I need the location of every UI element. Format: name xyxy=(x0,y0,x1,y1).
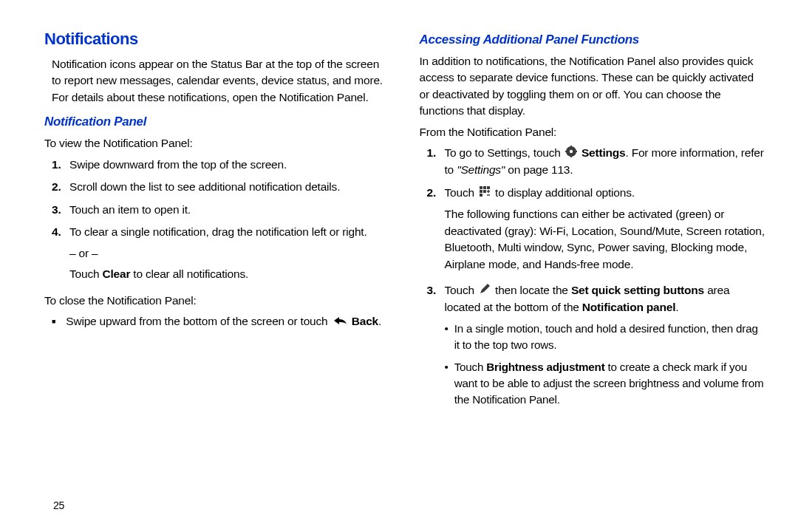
from-intro: From the Notification Panel: xyxy=(420,124,765,140)
or-divider: – or – xyxy=(69,245,390,262)
view-intro: To view the Notification Panel: xyxy=(44,135,390,151)
clear-label: Clear xyxy=(102,267,130,280)
svg-rect-7 xyxy=(483,186,486,189)
heading-notification-panel: Notification Panel xyxy=(44,115,390,129)
additional-steps-list: 1. To go to Settings, touch Settings. Fo… xyxy=(427,145,765,413)
brightness-label: Brightness adjustment xyxy=(486,361,604,373)
grid-icon xyxy=(479,185,491,202)
step-1: 1.Swipe downward from the top of the scr… xyxy=(52,157,390,173)
settings-ref: "Settings" xyxy=(457,163,505,176)
intro-text: Notification icons appear on the Status … xyxy=(52,56,390,106)
svg-rect-9 xyxy=(480,190,482,193)
close-step: Swipe upward from the bottom of the scre… xyxy=(52,313,390,330)
svg-rect-5 xyxy=(575,151,577,152)
close-steps-list: Swipe upward from the bottom of the scre… xyxy=(52,313,390,330)
view-steps-list: 1.Swipe downward from the top of the scr… xyxy=(52,157,390,287)
addl-step-3: 3. Touch then locate the Set quick setti… xyxy=(427,282,765,414)
step-4: 4. To clear a single notification, drag … xyxy=(52,224,390,286)
svg-rect-10 xyxy=(483,190,486,193)
svg-rect-8 xyxy=(487,186,490,189)
sub-bullet-2: Touch Brightness adjustment to create a … xyxy=(445,359,765,408)
svg-point-1 xyxy=(570,150,573,153)
svg-rect-2 xyxy=(570,146,572,148)
svg-rect-4 xyxy=(565,151,567,152)
heading-additional-functions: Accessing Additional Panel Functions xyxy=(420,33,765,47)
pencil-icon xyxy=(479,283,491,299)
back-label: Back xyxy=(352,315,378,327)
page-number: 25 xyxy=(53,499,64,511)
heading-notifications: Notifications xyxy=(44,30,390,49)
sub-bullets: In a single motion, touch and hold a des… xyxy=(445,321,765,408)
sub-bullet-1: In a single motion, touch and hold a des… xyxy=(445,321,765,353)
settings-label: Settings xyxy=(582,146,626,159)
quick-setting-label: Set quick setting buttons xyxy=(571,284,704,296)
svg-rect-11 xyxy=(480,194,482,197)
additional-intro: In addition to notifications, the Notifi… xyxy=(420,53,765,120)
addl-step-1: 1. To go to Settings, touch Settings. Fo… xyxy=(427,145,765,179)
functions-body: The following functions can either be ac… xyxy=(445,206,765,273)
right-column: Accessing Additional Panel Functions In … xyxy=(420,30,765,420)
step-2: 2.Scroll down the list to see additional… xyxy=(52,179,390,195)
gear-icon xyxy=(565,146,577,162)
back-icon xyxy=(332,314,347,330)
close-intro: To close the Notification Panel: xyxy=(44,293,390,309)
left-column: Notifications Notification icons appear … xyxy=(44,30,390,420)
step-3: 3.Touch an item to open it. xyxy=(52,202,390,218)
notification-panel-label: Notification panel xyxy=(582,301,675,313)
svg-rect-6 xyxy=(480,186,482,189)
svg-rect-3 xyxy=(570,156,572,158)
addl-step-2: 2. Touch to display additional options. … xyxy=(427,185,765,276)
